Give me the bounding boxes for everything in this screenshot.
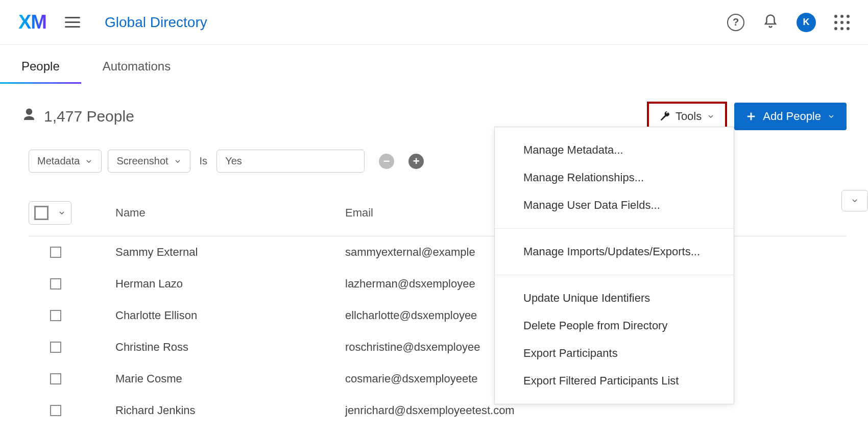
chevron-down-icon <box>58 209 66 217</box>
row-name: Christine Ross <box>115 341 345 354</box>
tools-menu-item[interactable]: Update Unique Identifiers <box>495 284 734 312</box>
tools-menu-item[interactable]: Manage Relationships... <box>495 164 734 191</box>
add-filter-button[interactable]: + <box>408 154 424 169</box>
tools-menu-item[interactable]: Manage User Data Fields... <box>495 191 734 219</box>
tab-people[interactable]: People <box>21 45 60 83</box>
add-people-label: Add People <box>763 110 821 123</box>
chevron-down-icon <box>827 112 835 120</box>
tools-menu-item[interactable]: Export Filtered Participants List <box>495 367 734 395</box>
people-count-label: 1,477 People <box>44 108 134 125</box>
people-table: Name Email Sammy Externalsammyexternal@e… <box>0 185 868 426</box>
person-icon <box>21 107 37 126</box>
filter-operator: Is <box>197 155 211 167</box>
plus-icon <box>745 111 757 122</box>
chevron-down-icon <box>851 197 859 205</box>
row-name: Marie Cosme <box>115 372 345 385</box>
row-name: Herman Lazo <box>115 277 345 291</box>
tools-label: Tools <box>676 110 702 123</box>
notifications-icon[interactable] <box>763 14 778 31</box>
action-row: 1,477 People Tools Add People <box>0 83 868 137</box>
row-checkbox[interactable] <box>50 373 61 384</box>
help-icon[interactable]: ? <box>727 14 744 31</box>
row-checkbox-cell <box>29 405 115 416</box>
remove-filter-button[interactable]: − <box>379 154 394 169</box>
select-all-control[interactable] <box>29 201 71 225</box>
row-checkbox-cell <box>29 373 115 384</box>
row-checkbox-cell <box>29 278 115 290</box>
row-checkbox-cell <box>29 342 115 353</box>
row-checkbox[interactable] <box>50 247 61 258</box>
filter-subfield-label: Screenshot <box>116 155 168 167</box>
avatar[interactable]: K <box>797 13 816 32</box>
tools-menu-item[interactable]: Manage Metadata... <box>495 136 734 164</box>
add-people-button[interactable]: Add People <box>734 103 847 130</box>
row-checkbox[interactable] <box>50 278 61 290</box>
select-all-checkbox[interactable] <box>34 206 49 220</box>
row-checkbox-cell <box>29 310 115 321</box>
filter-row: Metadata Screenshot Is − + <box>0 137 868 185</box>
header-checkbox-cell <box>29 201 115 225</box>
row-email: jenrichard@dsxemployeetest.com <box>345 404 847 417</box>
chevron-down-icon <box>707 112 715 120</box>
tools-menu-item[interactable]: Manage Imports/Updates/Exports... <box>495 238 734 266</box>
column-header-name[interactable]: Name <box>115 206 345 220</box>
menu-icon[interactable] <box>65 15 80 30</box>
tools-menu-section: Manage Imports/Updates/Exports... <box>495 229 734 275</box>
people-count: 1,477 People <box>21 107 134 126</box>
filter-value-input[interactable] <box>216 150 365 173</box>
filter-field-label: Metadata <box>37 155 80 167</box>
row-name: Richard Jenkins <box>115 404 345 417</box>
tools-dropdown: Manage Metadata...Manage Relationships..… <box>494 127 734 404</box>
row-name: Charlotte Ellison <box>115 309 345 322</box>
row-checkbox-cell <box>29 247 115 258</box>
column-picker-button[interactable] <box>841 190 868 211</box>
row-checkbox[interactable] <box>50 405 61 416</box>
chevron-down-icon <box>85 157 93 165</box>
chevron-down-icon <box>174 157 182 165</box>
row-name: Sammy External <box>115 246 345 259</box>
tools-menu-item[interactable]: Delete People from Directory <box>495 312 734 340</box>
row-checkbox[interactable] <box>50 310 61 321</box>
wrench-icon <box>659 111 670 122</box>
tabs: People Automations <box>0 45 868 83</box>
tools-menu-section: Manage Metadata...Manage Relationships..… <box>495 127 734 229</box>
app-header: XM Global Directory ? K <box>0 0 868 45</box>
tab-automations[interactable]: Automations <box>103 45 171 83</box>
row-checkbox[interactable] <box>50 342 61 353</box>
app-logo[interactable]: XM <box>18 11 46 33</box>
tools-menu-item[interactable]: Export Participants <box>495 340 734 367</box>
tools-menu-section: Update Unique IdentifiersDelete People f… <box>495 275 734 404</box>
filter-field[interactable]: Metadata <box>29 150 102 173</box>
page-title[interactable]: Global Directory <box>105 14 207 31</box>
filter-subfield[interactable]: Screenshot <box>108 150 190 173</box>
apps-icon[interactable] <box>834 15 850 30</box>
header-right: ? K <box>727 13 850 32</box>
